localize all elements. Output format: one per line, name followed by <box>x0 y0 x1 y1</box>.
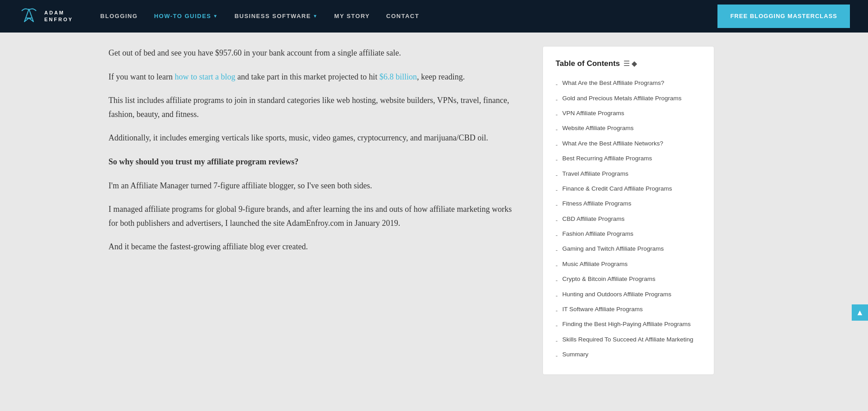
nav-contact[interactable]: CONTACT <box>386 12 419 21</box>
toc-link-6[interactable]: Travel Affiliate Programs <box>562 170 628 178</box>
toc-dash-5: - <box>556 155 558 165</box>
page-content: Get out of bed and see you have $957.60 … <box>90 33 778 388</box>
nav-blogging[interactable]: BLOGGING <box>100 12 138 21</box>
toc-link-1[interactable]: Gold and Precious Metals Affiliate Progr… <box>562 94 682 103</box>
logo-text: ADAM ENFROY <box>44 9 73 23</box>
article-bold-heading: So why should you trust my affiliate pro… <box>108 155 515 169</box>
toc-link-13[interactable]: Crypto & Bitcoin Affiliate Programs <box>562 275 656 284</box>
toc-link-10[interactable]: Fashion Affiliate Programs <box>562 230 633 238</box>
toc-dash-18: - <box>556 351 558 361</box>
toc-link-16[interactable]: Finding the Best High-Paying Affiliate P… <box>562 320 691 329</box>
toc-item-18: -Summary <box>556 348 701 363</box>
toc-item-2: -VPN Affiliate Programs <box>556 107 701 122</box>
business-software-dropdown-arrow: ▼ <box>313 13 318 20</box>
nav-my-story[interactable]: MY STORY <box>334 12 370 21</box>
toc-link-9[interactable]: CBD Affiliate Programs <box>562 215 625 224</box>
toc-title: Table of Contents <box>556 57 620 70</box>
toc-item-0: -What Are the Best Affiliate Programs? <box>556 77 701 92</box>
toc-item-8: -Fitness Affiliate Programs <box>556 197 701 212</box>
toc-list: -What Are the Best Affiliate Programs? -… <box>556 77 701 363</box>
toc-link-4[interactable]: What Are the Best Affiliate Networks? <box>562 140 663 148</box>
article-paragraph-4: Additionally, it includes emerging verti… <box>108 131 515 145</box>
toc-item-5: -Best Recurring Affiliate Programs <box>556 152 701 167</box>
toc-item-15: -IT Software Affiliate Programs <box>556 303 701 318</box>
toc-item-11: -Gaming and Twitch Affiliate Programs <box>556 243 701 257</box>
toc-dash-6: - <box>556 170 558 180</box>
article-paragraph-2: If you want to learn how to start a blog… <box>108 70 515 84</box>
toc-link-11[interactable]: Gaming and Twitch Affiliate Programs <box>562 245 664 253</box>
article-paragraph-6: I managed affiliate programs for global … <box>108 202 515 230</box>
toc-item-16: -Finding the Best High-Paying Affiliate … <box>556 318 701 333</box>
toc-link-5[interactable]: Best Recurring Affiliate Programs <box>562 154 652 163</box>
toc-link-0[interactable]: What Are the Best Affiliate Programs? <box>562 79 665 88</box>
toc-dash-17: - <box>556 336 558 346</box>
toc-link-18[interactable]: Summary <box>562 350 589 359</box>
toc-dash-14: - <box>556 291 558 301</box>
toc-dash-4: - <box>556 140 558 150</box>
toc-dash-2: - <box>556 110 558 120</box>
article-paragraph-7: And it became the fastest-growing affili… <box>108 240 515 254</box>
toc-link-8[interactable]: Fitness Affiliate Programs <box>562 200 632 208</box>
toc-icons: ☰ ◆ <box>623 58 637 70</box>
article-paragraph-3: This list includes affiliate programs to… <box>108 93 515 121</box>
toc-dash-3: - <box>556 125 558 135</box>
article-main: Get out of bed and see you have $957.60 … <box>108 46 515 375</box>
toc-dash-15: - <box>556 306 558 316</box>
toc-link-2[interactable]: VPN Affiliate Programs <box>562 109 624 118</box>
toc-item-1: -Gold and Precious Metals Affiliate Prog… <box>556 92 701 107</box>
toc-item-9: -CBD Affiliate Programs <box>556 213 701 228</box>
toc-item-12: -Music Affiliate Programs <box>556 258 701 273</box>
toc-item-3: -Website Affiliate Programs <box>556 122 701 137</box>
toc-box: Table of Contents ☰ ◆ -What Are the Best… <box>542 46 714 375</box>
toc-item-10: -Fashion Affiliate Programs <box>556 228 701 243</box>
toc-link-12[interactable]: Music Affiliate Programs <box>562 260 628 269</box>
navbar: ADAM ENFROY BLOGGING HOW-TO GUIDES ▼ BUS… <box>0 0 868 33</box>
toc-dash-1: - <box>556 95 558 105</box>
toc-dash-11: - <box>556 245 558 255</box>
toc-item-4: -What Are the Best Affiliate Networks? <box>556 137 701 152</box>
link-6-8-billion[interactable]: $6.8 billion <box>379 72 417 81</box>
nav-business-software[interactable]: BUSINESS SOFTWARE ▼ <box>235 12 318 21</box>
toc-link-15[interactable]: IT Software Affiliate Programs <box>562 305 643 314</box>
toc-item-6: -Travel Affiliate Programs <box>556 168 701 182</box>
toc-dash-16: - <box>556 321 558 331</box>
toc-dash-13: - <box>556 276 558 285</box>
nav-links: BLOGGING HOW-TO GUIDES ▼ BUSINESS SOFTWA… <box>100 12 718 21</box>
sidebar: Table of Contents ☰ ◆ -What Are the Best… <box>542 46 714 375</box>
article-paragraph-1: Get out of bed and see you have $957.60 … <box>108 46 515 60</box>
toc-item-13: -Crypto & Bitcoin Affiliate Programs <box>556 273 701 288</box>
toc-link-14[interactable]: Hunting and Outdoors Affiliate Programs <box>562 290 671 299</box>
article-paragraph-5: I'm an Affiliate Manager turned 7-figure… <box>108 179 515 193</box>
toc-dash-9: - <box>556 215 558 225</box>
nav-how-to-guides[interactable]: HOW-TO GUIDES ▼ <box>154 12 218 21</box>
toc-dash-8: - <box>556 200 558 210</box>
scroll-top-button[interactable]: ▲ <box>852 304 868 321</box>
toc-item-17: -Skills Required To Succeed At Affiliate… <box>556 333 701 348</box>
toc-dash-10: - <box>556 230 558 240</box>
toc-dash-7: - <box>556 185 558 195</box>
toc-item-14: -Hunting and Outdoors Affiliate Programs <box>556 288 701 303</box>
toc-dash-12: - <box>556 261 558 271</box>
toc-header: Table of Contents ☰ ◆ <box>556 57 701 70</box>
logo-icon <box>18 5 40 27</box>
toc-link-7[interactable]: Finance & Credit Card Affiliate Programs <box>562 185 672 193</box>
logo[interactable]: ADAM ENFROY <box>18 5 73 27</box>
toc-item-7: -Finance & Credit Card Affiliate Program… <box>556 182 701 197</box>
toc-link-3[interactable]: Website Affiliate Programs <box>562 124 634 133</box>
link-how-to-start-blog[interactable]: how to start a blog <box>175 72 235 81</box>
nav-cta-button[interactable]: FREE BLOGGING MASTERCLASS <box>717 5 850 28</box>
toc-dash-0: - <box>556 79 558 89</box>
how-to-guides-dropdown-arrow: ▼ <box>213 13 218 20</box>
toc-link-17[interactable]: Skills Required To Succeed At Affiliate … <box>562 336 693 344</box>
